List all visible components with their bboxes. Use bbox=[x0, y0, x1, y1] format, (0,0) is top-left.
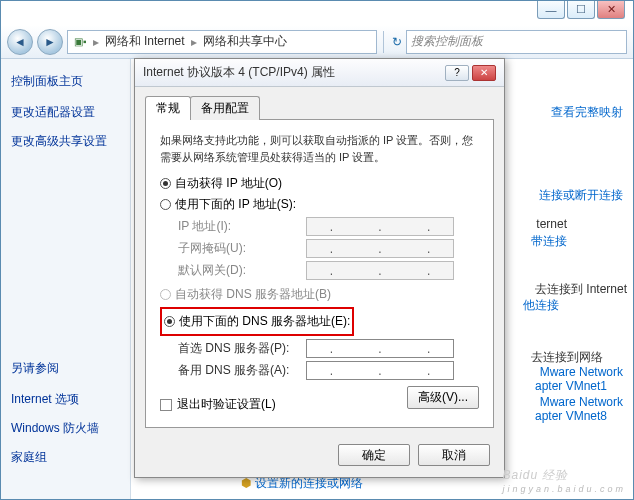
tab-alternate[interactable]: 备用配置 bbox=[190, 96, 260, 120]
minimize-button[interactable]: — bbox=[537, 1, 565, 19]
checkbox-label: 退出时验证设置(L) bbox=[177, 396, 276, 413]
dialog-title: Internet 协议版本 4 (TCP/IPv4) 属性 bbox=[143, 64, 335, 81]
text-noconn2: 去连接到网络 bbox=[531, 349, 603, 366]
link-vm1b[interactable]: apter VMnet1 bbox=[535, 379, 607, 393]
cancel-button[interactable]: 取消 bbox=[418, 444, 490, 466]
radio-label: 使用下面的 IP 地址(S): bbox=[175, 196, 296, 213]
back-button[interactable]: ◄ bbox=[7, 29, 33, 55]
radio-label: 自动获得 IP 地址(O) bbox=[175, 175, 282, 192]
tabs: 常规 备用配置 bbox=[145, 96, 494, 120]
maximize-button[interactable]: ☐ bbox=[567, 1, 595, 19]
radio-dns-auto: 自动获得 DNS 服务器地址(B) bbox=[160, 286, 479, 303]
tab-general[interactable]: 常规 bbox=[145, 96, 191, 120]
navbar: ◄ ► ▣▪ ▸ 网络和 Internet ▸ 网络和共享中心 ↻ 搜索控制面板 bbox=[1, 25, 633, 59]
sidebar-link-inetopts[interactable]: Internet 选项 bbox=[11, 391, 120, 408]
tab-panel: 如果网络支持此功能，则可以获取自动指派的 IP 设置。否则，您需要从网络系统管理… bbox=[145, 119, 494, 428]
sidebar: 控制面板主页 更改适配器设置 更改高级共享设置 另请参阅 Internet 选项… bbox=[1, 59, 131, 499]
breadcrumb-item[interactable]: 网络和 Internet bbox=[105, 33, 185, 50]
radio-ip-manual[interactable]: 使用下面的 IP 地址(S): bbox=[160, 196, 479, 213]
search-input[interactable]: 搜索控制面板 bbox=[406, 30, 627, 54]
radio-dns-manual[interactable]: 使用下面的 DNS 服务器地址(E): bbox=[164, 313, 350, 330]
chevron-right-icon: ▸ bbox=[93, 35, 99, 49]
close-button[interactable]: ✕ bbox=[597, 1, 625, 19]
link-connect[interactable]: 连接或断开连接 bbox=[539, 187, 623, 204]
highlight-box: 使用下面的 DNS 服务器地址(E): bbox=[160, 307, 354, 336]
ipv4-properties-dialog: Internet 协议版本 4 (TCP/IPv4) 属性 ? ✕ 常规 备用配… bbox=[134, 58, 505, 478]
label-mask: 子网掩码(U): bbox=[178, 240, 300, 257]
dialog-footer: 确定 取消 bbox=[135, 436, 504, 474]
sidebar-link-homegroup[interactable]: 家庭组 bbox=[11, 449, 120, 466]
link-view-map[interactable]: 查看完整映射 bbox=[551, 104, 623, 121]
sidebar-heading[interactable]: 控制面板主页 bbox=[11, 73, 120, 90]
label-gw: 默认网关(D): bbox=[178, 262, 300, 279]
radio-icon bbox=[160, 289, 171, 300]
chevron-right-icon: ▸ bbox=[191, 35, 197, 49]
sidebar-see-also-heading: 另请参阅 bbox=[11, 360, 120, 377]
description-text: 如果网络支持此功能，则可以获取自动指派的 IP 设置。否则，您需要从网络系统管理… bbox=[160, 132, 479, 165]
advanced-button[interactable]: 高级(V)... bbox=[407, 386, 479, 409]
link-vm2b[interactable]: apter VMnet8 bbox=[535, 409, 607, 423]
link-conn[interactable]: 带连接 bbox=[531, 233, 567, 250]
input-dns1[interactable]: ... bbox=[306, 339, 454, 358]
label-dns1: 首选 DNS 服务器(P): bbox=[178, 340, 300, 357]
breadcrumb[interactable]: ▣▪ ▸ 网络和 Internet ▸ 网络和共享中心 bbox=[67, 30, 377, 54]
refresh-icon[interactable]: ↻ bbox=[392, 35, 402, 49]
search-placeholder: 搜索控制面板 bbox=[411, 33, 483, 50]
radio-icon bbox=[160, 199, 171, 210]
text-noconn: 去连接到 Internet bbox=[535, 281, 627, 298]
label-ip: IP 地址(I): bbox=[178, 218, 300, 235]
forward-button[interactable]: ► bbox=[37, 29, 63, 55]
input-gw: ... bbox=[306, 261, 454, 280]
radio-icon bbox=[164, 316, 175, 327]
checkbox-validate[interactable] bbox=[160, 399, 172, 411]
label-dns2: 备用 DNS 服务器(A): bbox=[178, 362, 300, 379]
text-net: ternet bbox=[536, 217, 567, 231]
network-icon: ▣▪ bbox=[74, 36, 87, 47]
input-ip: ... bbox=[306, 217, 454, 236]
window-controls: — ☐ ✕ bbox=[537, 1, 625, 19]
link-other[interactable]: 他连接 bbox=[523, 297, 559, 314]
shield-icon: ⬢ bbox=[241, 476, 251, 490]
dialog-close-button[interactable]: ✕ bbox=[472, 65, 496, 81]
radio-ip-auto[interactable]: 自动获得 IP 地址(O) bbox=[160, 175, 479, 192]
input-dns2[interactable]: ... bbox=[306, 361, 454, 380]
dialog-titlebar: Internet 协议版本 4 (TCP/IPv4) 属性 ? ✕ bbox=[135, 59, 504, 87]
sidebar-link-firewall[interactable]: Windows 防火墙 bbox=[11, 420, 120, 437]
dialog-help-button[interactable]: ? bbox=[445, 65, 469, 81]
sidebar-link-adapter[interactable]: 更改适配器设置 bbox=[11, 104, 120, 121]
ok-button[interactable]: 确定 bbox=[338, 444, 410, 466]
radio-label: 使用下面的 DNS 服务器地址(E): bbox=[179, 313, 350, 330]
separator bbox=[383, 31, 384, 53]
radio-label: 自动获得 DNS 服务器地址(B) bbox=[175, 286, 331, 303]
link-vm1a[interactable]: Mware Network bbox=[540, 365, 623, 379]
input-mask: ... bbox=[306, 239, 454, 258]
link-vm2a[interactable]: Mware Network bbox=[540, 395, 623, 409]
breadcrumb-item[interactable]: 网络和共享中心 bbox=[203, 33, 287, 50]
sidebar-link-sharing[interactable]: 更改高级共享设置 bbox=[11, 133, 120, 150]
radio-icon bbox=[160, 178, 171, 189]
